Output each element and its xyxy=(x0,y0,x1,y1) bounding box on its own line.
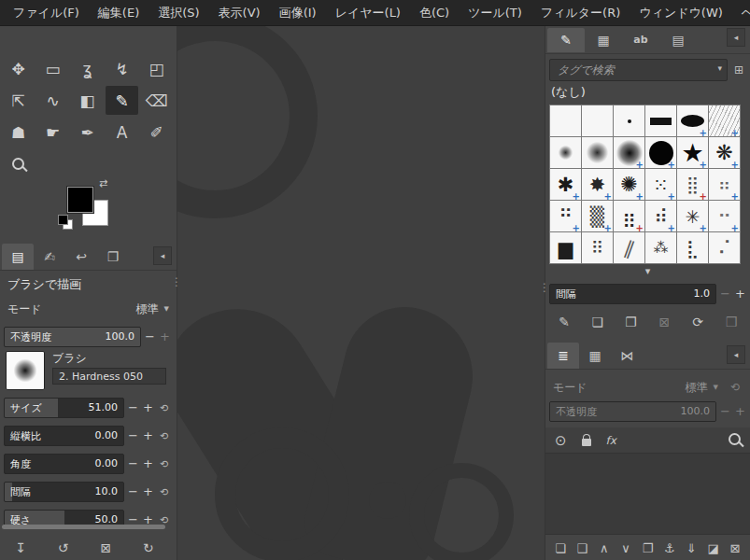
delete-layer-button[interactable]: ⊠ xyxy=(728,541,743,555)
panel-menu-button[interactable]: ◂ xyxy=(153,246,172,265)
param-increase-button[interactable]: + xyxy=(142,454,154,474)
param-decrease-button[interactable]: − xyxy=(127,510,139,525)
brush-cell[interactable]: + xyxy=(677,201,708,231)
mode-switch-icon[interactable]: ⟲ xyxy=(728,381,743,394)
layers-list[interactable] xyxy=(545,454,750,535)
tool-color-picker[interactable]: ✐ xyxy=(140,118,173,147)
brush-cell[interactable]: + xyxy=(550,201,581,231)
delete-brush-button[interactable]: ⊠ xyxy=(657,315,672,329)
dockable-tab-layers[interactable]: ≣ xyxy=(547,343,579,369)
brush-cell[interactable] xyxy=(645,105,676,136)
panel-menu-button[interactable]: ◂ xyxy=(727,28,745,47)
param-reset-button[interactable]: ⟲ xyxy=(157,486,171,498)
param-slider[interactable]: サイズ51.00 xyxy=(4,398,124,418)
brush-cell[interactable] xyxy=(582,137,613,168)
layer-opacity-increase-button[interactable]: + xyxy=(734,401,746,422)
menu-item[interactable]: 編集(E) xyxy=(89,0,149,26)
toolbox-tab-images[interactable]: ❐ xyxy=(97,244,129,270)
brush-cell[interactable]: + xyxy=(677,169,708,200)
param-slider[interactable]: 硬さ50.0 xyxy=(4,510,124,525)
tool-fuzzy-select[interactable]: ↯ xyxy=(106,54,138,83)
layer-mode-dropdown[interactable]: 標準 ▼ xyxy=(686,380,718,396)
menu-item[interactable]: 表示(V) xyxy=(209,0,270,26)
foreground-color-swatch[interactable] xyxy=(67,187,93,213)
menu-item[interactable]: ファイル(F) xyxy=(4,0,89,26)
delete-options-button[interactable]: ⊠ xyxy=(98,540,113,555)
opacity-slider[interactable]: 不透明度100.0 xyxy=(4,327,141,347)
brush-spacing-decrease-button[interactable]: − xyxy=(719,284,731,304)
brush-cell[interactable]: + xyxy=(614,169,644,200)
brush-preview[interactable] xyxy=(6,351,45,390)
brush-cell[interactable]: + xyxy=(645,169,676,200)
add-mask-button[interactable]: ◪ xyxy=(706,541,721,555)
tool-eraser[interactable]: ⌫ xyxy=(140,86,173,115)
brush-cell[interactable]: + xyxy=(614,201,644,231)
menu-item[interactable]: レイヤー(L) xyxy=(326,0,410,26)
dockable-tab-brushes[interactable]: ✎ xyxy=(547,28,585,52)
tool-crop[interactable]: ◰ xyxy=(140,54,173,83)
paint-mode-dropdown[interactable]: 標準 ▼ xyxy=(136,301,169,317)
brush-cell[interactable]: + xyxy=(709,105,740,136)
chevron-down-icon[interactable]: ▾ xyxy=(717,63,722,73)
tool-warp[interactable]: ∿ xyxy=(36,86,69,115)
brush-cell[interactable]: + xyxy=(550,169,581,200)
lock-icon[interactable] xyxy=(582,439,591,446)
tool-clone[interactable]: ☗ xyxy=(2,118,35,147)
open-brush-as-image-button[interactable]: ❒ xyxy=(724,315,739,329)
param-slider[interactable]: 角度0.00 xyxy=(4,454,124,474)
visibility-eye-icon[interactable]: ⊙ xyxy=(555,432,567,449)
param-increase-button[interactable]: + xyxy=(142,398,154,418)
menu-item[interactable]: 画像(I) xyxy=(270,0,326,26)
param-reset-button[interactable]: ⟲ xyxy=(157,514,171,525)
brush-cell[interactable]: + xyxy=(709,137,740,168)
new-layer-button[interactable]: ❏ xyxy=(553,541,568,555)
toolbox-tab-tool-options[interactable]: ▤ xyxy=(2,244,34,270)
brush-cell[interactable]: + xyxy=(709,201,740,231)
layer-opacity-decrease-button[interactable]: − xyxy=(719,401,731,422)
param-decrease-button[interactable]: − xyxy=(127,454,139,474)
default-colors-icon[interactable] xyxy=(58,215,68,225)
tool-paintbrush[interactable]: ✎ xyxy=(106,86,138,115)
menu-item[interactable]: ヘルプ(H) xyxy=(732,0,750,26)
dockable-tab-fonts[interactable]: ab xyxy=(622,28,659,52)
brush-spacing-slider[interactable]: 間隔1.0 xyxy=(549,284,716,304)
brush-cell[interactable]: + xyxy=(614,137,644,168)
toolbox-tab-undo-history[interactable]: ↩ xyxy=(65,244,97,270)
duplicate-brush-button[interactable]: ❐ xyxy=(624,315,639,329)
brush-cell[interactable] xyxy=(550,232,581,263)
menu-item[interactable]: ツール(T) xyxy=(459,0,531,26)
opacity-decrease-button[interactable]: − xyxy=(144,327,156,347)
lower-layer-button[interactable]: ∨ xyxy=(618,541,633,555)
duplicate-layer-button[interactable]: ❐ xyxy=(641,541,656,555)
anchor-layer-button[interactable]: ⚓ xyxy=(662,541,677,555)
param-increase-button[interactable]: + xyxy=(142,426,154,446)
brush-cell[interactable]: + xyxy=(645,137,676,168)
dockable-tab-patterns[interactable]: ▦ xyxy=(585,28,622,52)
tool-bucket-fill[interactable]: ◧ xyxy=(71,86,104,115)
dockable-tab-paths[interactable]: ⋈ xyxy=(611,343,643,369)
param-reset-button[interactable]: ⟲ xyxy=(157,402,171,414)
panel-menu-button[interactable]: ◂ xyxy=(727,345,745,364)
brush-name[interactable]: 2. Hardness 050 xyxy=(52,368,166,385)
param-slider[interactable]: 縦横比0.00 xyxy=(4,426,124,446)
brush-cell[interactable] xyxy=(582,105,613,136)
brush-cell[interactable] xyxy=(709,232,740,263)
raise-layer-button[interactable]: ∧ xyxy=(597,541,612,555)
scrollbar-thumb[interactable] xyxy=(2,525,165,529)
brush-cell[interactable] xyxy=(582,232,613,263)
brush-cell[interactable]: + xyxy=(645,201,676,231)
param-slider[interactable]: 間隔10.0 xyxy=(4,482,124,502)
save-options-button[interactable]: ↧ xyxy=(13,540,28,555)
tool-text[interactable]: A xyxy=(106,118,138,147)
brush-cell[interactable] xyxy=(614,105,644,136)
opacity-increase-button[interactable]: + xyxy=(159,327,171,347)
tool-free-select[interactable]: ʓ xyxy=(71,54,104,83)
param-reset-button[interactable]: ⟲ xyxy=(157,458,171,470)
tool-rectangle-select[interactable]: ▭ xyxy=(36,54,69,83)
brush-cell[interactable] xyxy=(677,232,708,263)
brush-cell[interactable]: + xyxy=(677,105,708,136)
menu-item[interactable]: ウィンドウ(W) xyxy=(630,0,732,26)
new-group-button[interactable]: ❑ xyxy=(574,541,589,555)
tool-transform[interactable]: ⇱ xyxy=(2,86,35,115)
menu-item[interactable]: フィルター(R) xyxy=(531,0,630,26)
